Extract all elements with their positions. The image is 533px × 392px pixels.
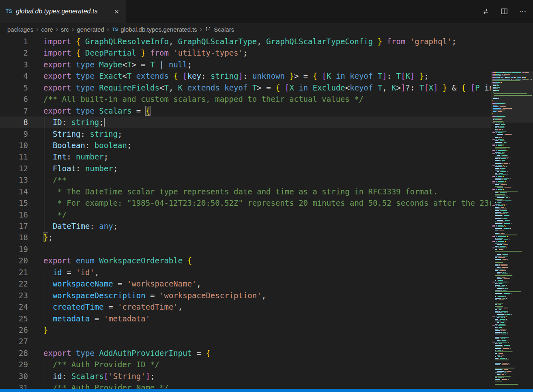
indent-guide <box>45 359 45 370</box>
breadcrumb-item-file[interactable]: TS global.db.types.generated.ts <box>112 26 197 33</box>
typescript-file-icon: TS <box>6 9 12 14</box>
indent-guide <box>45 140 45 151</box>
line-number: 14 <box>0 186 28 197</box>
line-number: 4 <box>0 70 28 82</box>
minimap[interactable] <box>491 71 533 392</box>
line-number: 8 <box>0 116 28 128</box>
code-line[interactable]: 5export type RequireFields<T, K extends … <box>0 82 533 93</box>
breadcrumb-item-packages[interactable]: packages <box>7 26 33 33</box>
line-number: 30 <box>0 370 28 382</box>
symbol-object-icon <box>205 26 211 32</box>
code-line[interactable]: 1import { GraphQLResolveInfo, GraphQLSca… <box>0 36 533 47</box>
chevron-right-icon: › <box>200 26 202 33</box>
breadcrumb-item-symbol[interactable]: Scalars <box>205 26 234 33</box>
indent-guide <box>45 370 45 382</box>
line-number: 20 <box>0 255 28 266</box>
editor-actions: ⋯ <box>482 0 533 23</box>
code-line[interactable]: 6/** All built-in and custom scalars, ma… <box>0 93 533 105</box>
indent-guide <box>45 209 45 220</box>
line-number: 2 <box>0 47 28 58</box>
breadcrumb: packages › core › src › generated › TS g… <box>0 23 533 36</box>
code-line[interactable]: 17 DateTime: any; <box>0 220 533 232</box>
code-line[interactable]: 30 id: Scalars['String']; <box>0 370 533 382</box>
indent-guide <box>45 163 45 174</box>
line-number: 28 <box>0 347 28 359</box>
code-line[interactable]: 14 * The DateTime scalar type represents… <box>0 186 533 197</box>
indent-guide <box>45 197 45 209</box>
code-line[interactable]: 10 Boolean: boolean; <box>0 140 533 151</box>
code-line[interactable]: 25 metadata = 'metadata' <box>0 313 533 324</box>
indent-guide <box>45 151 45 162</box>
code-line[interactable]: 13 /** <box>0 174 533 185</box>
breadcrumb-item-src[interactable]: src <box>61 26 69 33</box>
chevron-right-icon: › <box>56 26 58 33</box>
line-number: 3 <box>0 59 28 70</box>
code-line[interactable]: 7export type Scalars = { <box>0 105 533 116</box>
code-area[interactable]: 1import { GraphQLResolveInfo, GraphQLSca… <box>0 36 533 392</box>
line-number: 29 <box>0 359 28 370</box>
indent-guide <box>45 267 45 278</box>
code-line[interactable]: 2import { DeepPartial } from 'utility-ty… <box>0 47 533 58</box>
indent-guide <box>45 174 45 185</box>
line-number: 26 <box>0 324 28 336</box>
code-line[interactable]: 29 /** Auth Provider ID */ <box>0 359 533 370</box>
code-line[interactable]: 21 id = 'id', <box>0 267 533 278</box>
line-number: 23 <box>0 290 28 301</box>
indent-guide <box>45 116 45 128</box>
code-line[interactable]: 9 String: string; <box>0 128 533 140</box>
line-number: 9 <box>0 128 28 140</box>
text-cursor <box>104 118 105 127</box>
line-number: 27 <box>0 336 28 347</box>
line-number: 5 <box>0 82 28 93</box>
indent-guide <box>45 220 45 232</box>
code-line[interactable]: 4export type Exact<T extends { [key: str… <box>0 70 533 82</box>
chevron-right-icon: › <box>107 26 109 33</box>
typescript-file-icon: TS <box>112 27 118 32</box>
line-number: 7 <box>0 105 28 116</box>
line-number: 12 <box>0 163 28 174</box>
split-editor-icon[interactable] <box>501 8 508 15</box>
minimap-slider[interactable] <box>491 71 533 123</box>
line-number: 17 <box>0 220 28 232</box>
chevron-right-icon: › <box>72 26 74 33</box>
code-line[interactable]: 24 createdTime = 'createdTime', <box>0 301 533 312</box>
code-line[interactable]: 3export type Maybe<T> = T | null; <box>0 59 533 70</box>
code-line[interactable]: 11 Int: number; <box>0 151 533 162</box>
indent-guide <box>45 301 45 312</box>
code-line[interactable]: 16 */ <box>0 209 533 220</box>
code-line[interactable]: 23 workspaceDescription = 'workspaceDesc… <box>0 290 533 301</box>
code-line[interactable]: 15 * For example: "1985-04-12T23:20:50.5… <box>0 197 533 209</box>
breadcrumb-item-core[interactable]: core <box>41 26 53 33</box>
line-number: 16 <box>0 209 28 220</box>
status-bar <box>0 389 533 392</box>
code-line[interactable]: 28export type AddAuthProviderInput = { <box>0 347 533 359</box>
line-number: 18 <box>0 232 28 243</box>
tab-bar: TS global.db.types.generated.ts × ⋯ <box>0 0 533 23</box>
open-changes-icon[interactable] <box>482 8 489 15</box>
tab-global-db-types[interactable]: TS global.db.types.generated.ts × <box>0 0 127 23</box>
code-line[interactable]: 8 ID: string; <box>0 116 533 128</box>
code-line[interactable]: 22 workspaceName = 'workspaceName', <box>0 278 533 289</box>
code-line[interactable]: 26} <box>0 324 533 336</box>
code-line[interactable]: 18}; <box>0 232 533 243</box>
code-line[interactable]: 27 <box>0 336 533 347</box>
breadcrumb-item-generated[interactable]: generated <box>77 26 104 33</box>
chevron-right-icon: › <box>36 26 38 33</box>
line-number: 1 <box>0 36 28 47</box>
more-actions-icon[interactable]: ⋯ <box>519 8 527 15</box>
code-line[interactable]: 20export enum WorkspaceOrderable { <box>0 255 533 266</box>
code-line[interactable]: 19 <box>0 243 533 255</box>
editor[interactable]: 1import { GraphQLResolveInfo, GraphQLSca… <box>0 36 533 392</box>
line-number: 25 <box>0 313 28 324</box>
tab-title: global.db.types.generated.ts <box>16 8 97 15</box>
line-number: 10 <box>0 140 28 151</box>
line-number: 24 <box>0 301 28 312</box>
close-icon[interactable]: × <box>113 7 120 16</box>
indent-guide <box>45 290 45 301</box>
line-number: 21 <box>0 267 28 278</box>
line-number: 22 <box>0 278 28 289</box>
breadcrumb-file-label: global.db.types.generated.ts <box>120 26 197 33</box>
indent-guide <box>45 313 45 324</box>
line-number: 6 <box>0 93 28 105</box>
code-line[interactable]: 12 Float: number; <box>0 163 533 174</box>
